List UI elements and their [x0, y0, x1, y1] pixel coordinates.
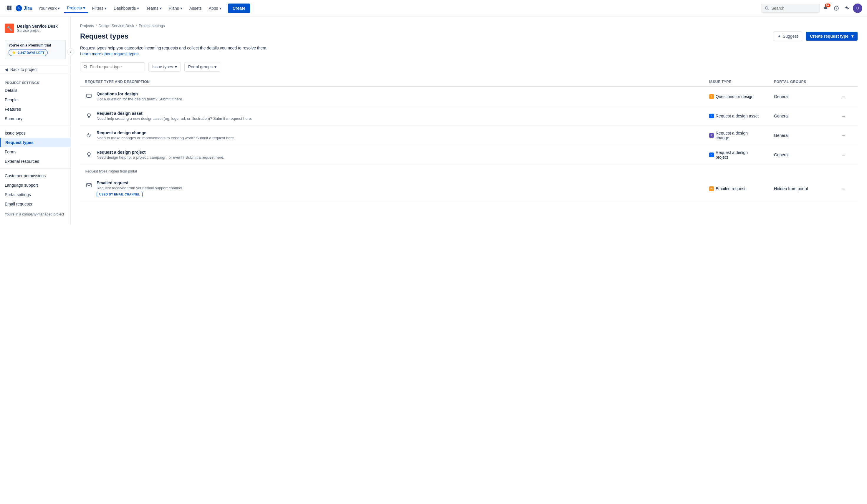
- breadcrumb: Projects / Design Service Desk / Project…: [80, 23, 858, 28]
- issue-type-icon: ?: [709, 94, 714, 99]
- svg-point-9: [87, 114, 90, 117]
- sidebar-item-people[interactable]: People: [0, 95, 71, 105]
- sidebar-toggle-button[interactable]: ‹: [67, 48, 74, 55]
- portal-group-cell: General: [774, 114, 839, 118]
- portal-groups-dropdown-icon: ▾: [214, 64, 216, 69]
- row-more-button[interactable]: ···: [839, 150, 848, 160]
- request-name: Emailed request: [97, 181, 183, 185]
- nav-plans[interactable]: Plans ▾: [166, 4, 185, 12]
- help-icon: ?: [834, 6, 839, 11]
- issue-type-icon: ⊞: [709, 133, 714, 138]
- logo-text: Jira: [23, 6, 32, 11]
- nav-projects[interactable]: Projects ▾: [64, 4, 88, 13]
- table-row[interactable]: Request a design project Need design hel…: [80, 145, 858, 164]
- svg-text:?: ?: [836, 7, 837, 10]
- suggest-icon: ✦: [778, 34, 781, 39]
- table-row[interactable]: Questions for design Got a question for …: [80, 87, 858, 106]
- find-request-type-input[interactable]: [90, 64, 137, 69]
- nav-assets[interactable]: Assets: [186, 4, 205, 12]
- svg-rect-1: [9, 6, 11, 8]
- project-type: Service project: [17, 29, 58, 33]
- issue-type-icon: ✓: [709, 152, 714, 157]
- svg-rect-11: [87, 183, 91, 187]
- portal-groups-filter-button[interactable]: Portal groups ▾: [184, 62, 220, 72]
- request-types-table: Request type and description Issue type …: [80, 77, 858, 202]
- sidebar-item-request-types[interactable]: Request types: [0, 138, 71, 147]
- sidebar-item-customer-permissions[interactable]: Customer permissions: [0, 171, 71, 181]
- sidebar-item-email-requests[interactable]: Email requests: [0, 199, 71, 209]
- table-row[interactable]: Request a design asset Need help creatin…: [80, 106, 858, 126]
- premium-text: You're on a Premium trial: [9, 43, 62, 47]
- row-more-button[interactable]: ···: [839, 92, 848, 101]
- issue-type-cell: ✉ Emailed request: [709, 186, 774, 191]
- sidebar-item-summary[interactable]: Summary: [0, 114, 71, 124]
- sidebar: 🔧 Design Service Desk Service project Yo…: [0, 17, 71, 504]
- sidebar-item-features[interactable]: Features: [0, 105, 71, 114]
- row-more-button[interactable]: ···: [839, 184, 848, 193]
- premium-banner: You're on a Premium trial ⭐ 2,347 DAYS L…: [5, 40, 66, 59]
- nav-dashboards[interactable]: Dashboards ▾: [111, 4, 142, 12]
- sidebar-item-portal-settings[interactable]: Portal settings: [0, 190, 71, 199]
- sidebar-item-forms[interactable]: Forms: [0, 147, 71, 157]
- breadcrumb-design-service-desk[interactable]: Design Service Desk: [99, 23, 134, 28]
- svg-rect-3: [9, 8, 11, 10]
- svg-rect-2: [7, 8, 9, 10]
- top-navigation: Jira Your work ▾ Projects ▾ Filters ▾ Da…: [0, 0, 867, 17]
- days-left-button[interactable]: ⭐ 2,347 DAYS LEFT: [9, 49, 48, 56]
- request-type-cell: Request a design asset Need help creatin…: [85, 111, 709, 121]
- breadcrumb-project-settings[interactable]: Project settings: [139, 23, 165, 28]
- help-button[interactable]: ?: [832, 3, 841, 13]
- search-bar[interactable]: [761, 4, 820, 13]
- nav-your-work[interactable]: Your work ▾: [35, 4, 63, 12]
- nav-filters[interactable]: Filters ▾: [89, 4, 109, 12]
- portal-group-cell: Hidden from portal: [774, 186, 839, 191]
- request-name: Request a design change: [97, 130, 235, 135]
- portal-group-cell: General: [774, 152, 839, 157]
- sidebar-item-external-resources[interactable]: External resources: [0, 157, 71, 166]
- page-description: Request types help you categorize incomi…: [80, 46, 858, 50]
- notification-badge: 9+: [825, 3, 831, 7]
- sidebar-item-language-support[interactable]: Language support: [0, 181, 71, 190]
- filter-search-icon: [83, 65, 87, 69]
- create-request-type-button[interactable]: Create request type ▾: [806, 32, 858, 41]
- row-more-button[interactable]: ···: [839, 131, 848, 140]
- suggest-button[interactable]: ✦ Suggest: [773, 32, 802, 41]
- col-request-type: Request type and description: [85, 80, 709, 84]
- main-content: Projects / Design Service Desk / Project…: [71, 17, 867, 504]
- request-type-icon-lightbulb: [85, 111, 93, 120]
- find-request-type-search[interactable]: [80, 62, 145, 71]
- row-more-button[interactable]: ···: [839, 111, 848, 121]
- sidebar-project-header: 🔧 Design Service Desk Service project: [0, 21, 71, 38]
- table-row[interactable]: Request a design change Need to make cha…: [80, 126, 858, 145]
- sidebar-footer: You're in a company-managed project: [0, 209, 71, 220]
- sidebar-section-title: Project settings: [0, 77, 71, 86]
- request-type-icon-envelope: [85, 181, 93, 189]
- page-header: Request types ✦ Suggest Create request t…: [80, 32, 858, 41]
- search-input[interactable]: [771, 6, 813, 11]
- user-avatar[interactable]: U: [853, 3, 862, 13]
- svg-rect-0: [7, 6, 9, 8]
- apps-grid-icon[interactable]: [5, 3, 14, 13]
- gear-icon: [845, 6, 849, 11]
- issue-types-filter-button[interactable]: Issue types ▾: [148, 62, 181, 72]
- learn-more-link[interactable]: Learn more about request types.: [80, 52, 140, 56]
- svg-rect-8: [87, 94, 91, 97]
- issue-type-cell: ✓ Request a design asset: [709, 114, 774, 118]
- portal-group-cell: General: [774, 94, 839, 99]
- nav-teams[interactable]: Teams ▾: [143, 4, 164, 12]
- request-desc: Need help creating a new design asset (e…: [97, 116, 252, 121]
- table-row[interactable]: Emailed request Request received from yo…: [80, 176, 858, 202]
- issue-type-cell: ⊞ Request a design change: [709, 131, 774, 140]
- jira-logo[interactable]: Jira: [15, 5, 32, 12]
- sidebar-item-details[interactable]: Details: [0, 86, 71, 95]
- notifications-button[interactable]: 9+: [821, 3, 831, 13]
- page-actions: ✦ Suggest Create request type ▾: [773, 32, 858, 41]
- sidebar-item-issue-types[interactable]: Issue types: [0, 128, 71, 138]
- breadcrumb-projects[interactable]: Projects: [80, 23, 94, 28]
- request-desc: Need to make changes or improvements to …: [97, 136, 235, 140]
- nav-apps[interactable]: Apps ▾: [206, 4, 224, 12]
- create-button[interactable]: Create: [228, 3, 250, 13]
- back-to-project-button[interactable]: ◀ Back to project: [0, 64, 71, 75]
- settings-button[interactable]: [842, 3, 852, 13]
- sidebar-divider-2: [0, 168, 71, 169]
